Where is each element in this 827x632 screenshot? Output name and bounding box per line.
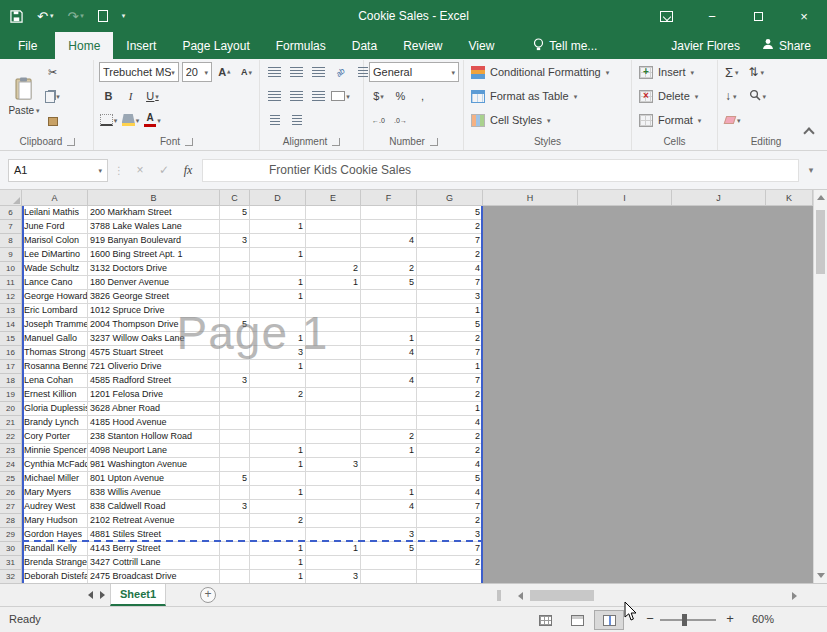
grid-cell[interactable] xyxy=(672,556,766,570)
grid-cell[interactable]: 3237 Willow Oaks Lane xyxy=(88,332,220,346)
grid-cell[interactable]: Cynthia McFadden xyxy=(22,458,88,472)
page-break-preview-button[interactable] xyxy=(594,610,624,630)
expand-formula-bar-icon[interactable]: ▾ xyxy=(803,165,819,175)
grid-cell[interactable] xyxy=(766,430,813,444)
grid-cell[interactable]: 3 xyxy=(220,500,250,514)
grid-cell[interactable]: 3826 George Street xyxy=(88,290,220,304)
grid-cell[interactable] xyxy=(361,570,417,583)
dialog-launcher-icon[interactable] xyxy=(67,138,75,146)
font-size-select[interactable]: 20▾ xyxy=(182,62,212,82)
zoom-in-button[interactable]: + xyxy=(722,611,738,626)
grid-cell[interactable] xyxy=(766,346,813,360)
grid-cell[interactable] xyxy=(766,374,813,388)
grid-cell[interactable] xyxy=(766,556,813,570)
grid-cell[interactable] xyxy=(578,486,672,500)
vertical-scrollbar-thumb[interactable] xyxy=(816,210,825,274)
grid-cell[interactable] xyxy=(672,262,766,276)
grid-cell[interactable] xyxy=(766,304,813,318)
grid-cell[interactable] xyxy=(361,556,417,570)
grid-cell[interactable] xyxy=(220,430,250,444)
grid-cell[interactable] xyxy=(220,402,250,416)
row-header-13[interactable]: 13 xyxy=(0,304,22,318)
grid-cell[interactable]: 1 xyxy=(250,542,306,556)
grid-cell[interactable]: 5 xyxy=(417,206,483,220)
grid-cell[interactable] xyxy=(483,374,578,388)
sheet-tab-sheet1[interactable]: Sheet1 xyxy=(110,584,166,606)
grid-cell[interactable]: 1201 Felosa Drive xyxy=(88,388,220,402)
grid-cell[interactable]: 2102 Retreat Avenue xyxy=(88,514,220,528)
grid-cell[interactable] xyxy=(483,290,578,304)
grid-cell[interactable] xyxy=(483,486,578,500)
grid-cell[interactable] xyxy=(250,416,306,430)
grid-cell[interactable] xyxy=(766,500,813,514)
grid-cell[interactable] xyxy=(578,430,672,444)
row-header-20[interactable]: 20 xyxy=(0,402,22,416)
grid-cell[interactable] xyxy=(483,234,578,248)
grid-cell[interactable]: 4143 Berry Street xyxy=(88,542,220,556)
grid-cell[interactable] xyxy=(483,388,578,402)
row-header-23[interactable]: 23 xyxy=(0,444,22,458)
grid-cell[interactable]: 1 xyxy=(417,402,483,416)
tab-view[interactable]: View xyxy=(456,32,508,59)
grid-cell[interactable] xyxy=(766,220,813,234)
grid-cell[interactable] xyxy=(220,346,250,360)
font-name-select[interactable]: Trebuchet MS▾ xyxy=(99,62,179,82)
delete-button[interactable]: ×Delete▾ xyxy=(635,84,714,108)
grid-cell[interactable] xyxy=(361,248,417,262)
row-header-18[interactable]: 18 xyxy=(0,374,22,388)
tab-file[interactable]: File xyxy=(0,32,55,59)
grid-cell[interactable]: 2 xyxy=(417,388,483,402)
grid-cell[interactable] xyxy=(766,388,813,402)
grid-cell[interactable] xyxy=(578,416,672,430)
grid-cell[interactable] xyxy=(578,290,672,304)
grid-cell[interactable]: 2 xyxy=(361,262,417,276)
page-layout-view-button[interactable] xyxy=(562,610,592,630)
grid-cell[interactable] xyxy=(250,318,306,332)
grid-cell[interactable] xyxy=(672,220,766,234)
grid-cell[interactable] xyxy=(306,346,361,360)
grid-cell[interactable]: 4 xyxy=(417,262,483,276)
grid-cell[interactable] xyxy=(250,234,306,248)
grid-cell[interactable] xyxy=(483,206,578,220)
grid-cell[interactable]: Michael Miller xyxy=(22,472,88,486)
grid-cell[interactable] xyxy=(578,542,672,556)
grid-cell[interactable]: Rosanna Bennett xyxy=(22,360,88,374)
grid-cell[interactable] xyxy=(250,500,306,514)
row-header-28[interactable]: 28 xyxy=(0,514,22,528)
grid-cell[interactable]: 180 Denver Avenue xyxy=(88,276,220,290)
grid-cell[interactable] xyxy=(672,318,766,332)
grid-cell[interactable] xyxy=(766,402,813,416)
row-header-8[interactable]: 8 xyxy=(0,234,22,248)
grid-cell[interactable]: June Ford xyxy=(22,220,88,234)
row-header-16[interactable]: 16 xyxy=(0,346,22,360)
increase-decimal-button[interactable]: ←.0 xyxy=(369,110,388,130)
align-center-button[interactable] xyxy=(287,86,306,106)
zoom-slider-thumb[interactable] xyxy=(682,614,687,626)
grid-cell[interactable] xyxy=(483,556,578,570)
grid-cell[interactable] xyxy=(578,304,672,318)
customize-qat-button[interactable]: ▾ xyxy=(122,12,126,20)
grid-cell[interactable] xyxy=(220,416,250,430)
conditional-formatting-button[interactable]: Conditional Formatting▾ xyxy=(467,60,628,84)
tell-me[interactable]: Tell me... xyxy=(533,32,597,59)
grid-cell[interactable] xyxy=(578,248,672,262)
number-format-select[interactable]: General▾ xyxy=(369,62,459,82)
grid-cell[interactable] xyxy=(220,332,250,346)
grid-cell[interactable]: 1 xyxy=(250,360,306,374)
grid-cell[interactable]: Leilani Mathis xyxy=(22,206,88,220)
grid-cell[interactable]: Minnie Spencer xyxy=(22,444,88,458)
grid-cell[interactable] xyxy=(483,402,578,416)
grid-cell[interactable]: 4185 Hood Avenue xyxy=(88,416,220,430)
grid-cell[interactable]: 3427 Cottrill Lane xyxy=(88,556,220,570)
grid-cell[interactable] xyxy=(250,206,306,220)
grid-cell[interactable] xyxy=(220,304,250,318)
column-header-I[interactable]: I xyxy=(578,190,672,206)
grid-cell[interactable]: 1 xyxy=(361,486,417,500)
column-header-A[interactable]: A xyxy=(22,190,88,206)
grid-cell[interactable] xyxy=(672,374,766,388)
page-break-line[interactable] xyxy=(22,540,483,542)
grid-cell[interactable] xyxy=(766,542,813,556)
grid-cell[interactable]: 2 xyxy=(417,556,483,570)
grid-cell[interactable]: 1 xyxy=(250,332,306,346)
grid-cell[interactable] xyxy=(483,500,578,514)
